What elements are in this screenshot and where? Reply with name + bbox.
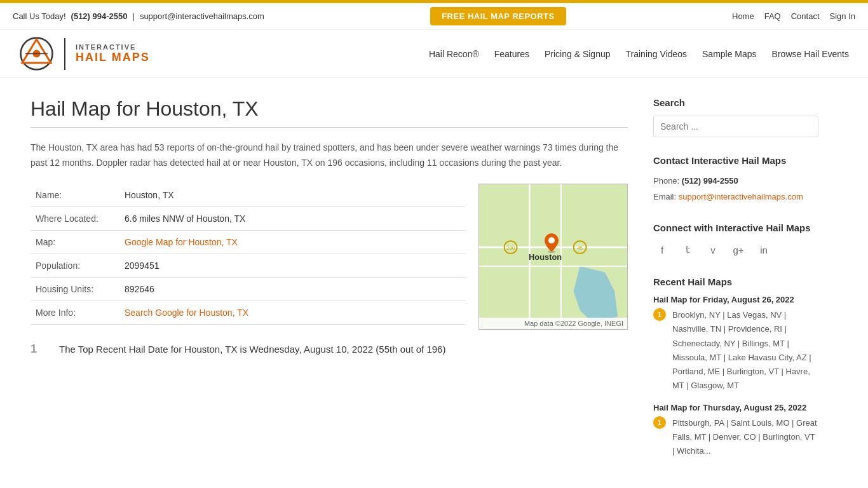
hail-badge-1: 1	[653, 308, 666, 321]
connect-section: Connect with Interactive Hail Maps f 𝕥 v…	[653, 222, 818, 259]
googleplus-icon[interactable]: g+	[729, 241, 747, 259]
nav-sample-maps[interactable]: Sample Maps	[702, 49, 757, 59]
email-link[interactable]: support@interactivehailmaps.com	[140, 11, 264, 21]
info-table-wrap: Name: Houston, TX Where Located: 6.6 mil…	[31, 184, 466, 330]
recent-cities-2: Pittsburgh, PA | Saint Louis, MO | Great…	[672, 416, 818, 458]
svg-text:45: 45	[577, 245, 583, 251]
twitter-icon[interactable]: 𝕥	[679, 241, 696, 259]
logo-divider	[64, 38, 65, 70]
table-row: Housing Units: 892646	[31, 277, 466, 301]
nav-contact[interactable]: Contact	[791, 11, 820, 21]
svg-text:290: 290	[506, 245, 515, 251]
table-row: More Info: Search Google for Houston, TX	[31, 301, 466, 324]
sidebar: Search Contact Interactive Hail Maps Pho…	[653, 97, 818, 486]
hail-date-row: 1 The Top Recent Hail Date for Houston, …	[31, 342, 628, 357]
vimeo-icon[interactable]: v	[704, 241, 722, 259]
contact-section: Contact Interactive Hail Maps Phone: (51…	[653, 155, 818, 205]
site-header: INTERACTIVE HAIL MAPS Hail Recon® Featur…	[0, 30, 868, 78]
nav-faq[interactable]: FAQ	[764, 11, 781, 21]
search-section: Search	[653, 97, 818, 137]
nav-home[interactable]: Home	[732, 11, 754, 21]
svg-point-16	[548, 237, 555, 243]
hail-date-number: 1	[31, 342, 46, 356]
search-input[interactable]	[653, 116, 818, 137]
logo-area: INTERACTIVE HAIL MAPS	[19, 36, 150, 71]
page-description: The Houston, TX area has had 53 reports …	[31, 140, 628, 171]
row-value: Houston, TX	[119, 184, 466, 207]
recent-date-1: Hail Map for Friday, August 26, 2022	[653, 295, 818, 304]
contact-heading: Contact Interactive Hail Maps	[653, 155, 818, 166]
main-container: Hail Map for Houston, TX The Houston, TX…	[18, 97, 850, 486]
info-map-row: Name: Houston, TX Where Located: 6.6 mil…	[31, 184, 628, 330]
email-label: Email:	[653, 192, 676, 201]
page-title: Hail Map for Houston, TX	[31, 97, 628, 128]
table-row: Population: 2099451	[31, 254, 466, 277]
logo-text: INTERACTIVE HAIL MAPS	[76, 43, 150, 64]
row-label: More Info:	[31, 301, 119, 324]
row-label: Where Located:	[31, 207, 119, 230]
recent-hail-section: Recent Hail Maps Hail Map for Friday, Au…	[653, 276, 818, 468]
contact-email[interactable]: support@interactivehailmaps.com	[679, 192, 803, 201]
google-map-link[interactable]: Google Map for Houston, TX	[125, 237, 238, 247]
phone-number: (512) 994-2550	[71, 11, 128, 21]
phone-label: Phone:	[653, 176, 679, 186]
row-value: 2099451	[119, 254, 466, 277]
main-nav: Hail Recon® Features Pricing & Signup Tr…	[429, 49, 849, 59]
search-heading: Search	[653, 97, 818, 108]
map-wrap: 290 45 Houston Map data ©2022 Google, IN…	[478, 184, 628, 330]
hail-badge-2: 1	[653, 416, 666, 429]
search-google-link[interactable]: Search Google for Houston, TX	[125, 308, 248, 318]
row-value: 892646	[119, 277, 466, 301]
nav-browse-hail[interactable]: Browse Hail Events	[772, 49, 849, 59]
nav-features[interactable]: Features	[494, 49, 529, 59]
content-area: Hail Map for Houston, TX The Houston, TX…	[31, 97, 628, 486]
table-row: Name: Houston, TX	[31, 184, 466, 207]
top-bar: Call Us Today! (512) 994-2550 | support@…	[0, 3, 868, 30]
table-row: Where Located: 6.6 miles NNW of Houston,…	[31, 207, 466, 230]
nav-pricing[interactable]: Pricing & Signup	[545, 49, 611, 59]
map-svg: 290 45 Houston	[479, 184, 627, 329]
recent-hail-heading: Recent Hail Maps	[653, 276, 818, 287]
linkedin-icon[interactable]: in	[755, 241, 773, 259]
info-table: Name: Houston, TX Where Located: 6.6 mil…	[31, 184, 466, 325]
row-label: Housing Units:	[31, 277, 119, 301]
recent-cities-row-1: 1 Brooklyn, NY | Las Vegas, NV | Nashvil…	[653, 308, 818, 403]
nav-signin[interactable]: Sign In	[830, 11, 855, 21]
connect-heading: Connect with Interactive Hail Maps	[653, 222, 818, 233]
svg-text:Houston: Houston	[529, 252, 562, 262]
row-label: Map:	[31, 230, 119, 254]
top-bar-right: Home FAQ Contact Sign In	[732, 11, 855, 21]
free-reports-button[interactable]: FREE HAIL MAP REPORTS	[430, 7, 566, 25]
map-image: 290 45 Houston Map data ©2022 Google, IN…	[478, 184, 628, 330]
facebook-icon[interactable]: f	[653, 241, 671, 259]
contact-info: Phone: (512) 994-2550 Email: support@int…	[653, 173, 818, 205]
recent-date-2: Hail Map for Thursday, August 25, 2022	[653, 403, 818, 412]
logo-line1: INTERACTIVE	[76, 43, 150, 51]
separator: |	[132, 11, 134, 21]
recent-entry-2: Hail Map for Thursday, August 25, 2022 1…	[653, 403, 818, 468]
row-value: 6.6 miles NNW of Houston, TX	[119, 207, 466, 230]
top-bar-left: Call Us Today! (512) 994-2550 | support@…	[13, 11, 264, 21]
row-value-link[interactable]: Search Google for Houston, TX	[119, 301, 466, 324]
map-credit: Map data ©2022 Google, INEGI	[479, 318, 627, 329]
nav-hail-recon[interactable]: Hail Recon®	[429, 49, 479, 59]
recent-cities-row-2: 1 Pittsburgh, PA | Saint Louis, MO | Gre…	[653, 416, 818, 468]
social-icons: f 𝕥 v g+ in	[653, 241, 818, 259]
hail-date-text: The Top Recent Hail Date for Houston, TX…	[59, 342, 445, 357]
logo-line2: HAIL MAPS	[76, 51, 150, 64]
table-row: Map: Google Map for Houston, TX	[31, 230, 466, 254]
recent-entry-1: Hail Map for Friday, August 26, 2022 1 B…	[653, 295, 818, 403]
contact-phone: (512) 994-2550	[682, 176, 738, 186]
recent-cities-1: Brooklyn, NY | Las Vegas, NV | Nashville…	[672, 308, 818, 393]
row-label: Name:	[31, 184, 119, 207]
row-label: Population:	[31, 254, 119, 277]
logo-icon	[19, 36, 54, 71]
call-label: Call Us Today!	[13, 11, 66, 21]
row-value-link[interactable]: Google Map for Houston, TX	[119, 230, 466, 254]
nav-training[interactable]: Training Videos	[626, 49, 688, 59]
